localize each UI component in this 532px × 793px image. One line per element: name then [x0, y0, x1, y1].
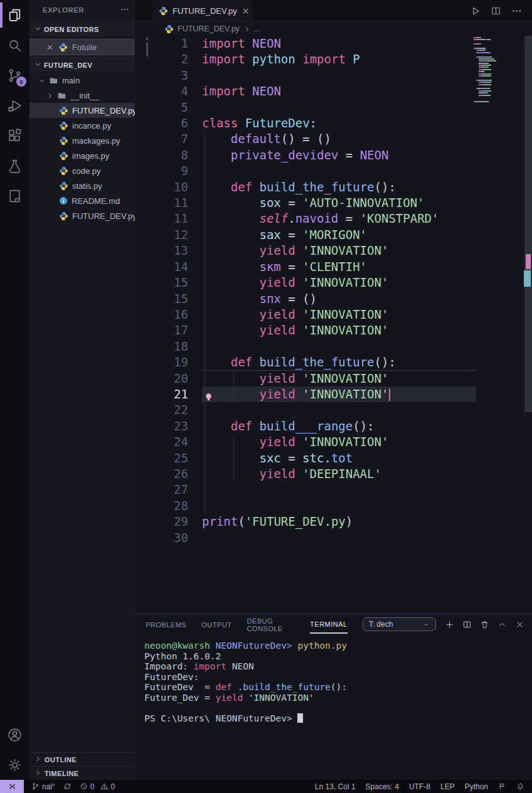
source-control-icon[interactable]: 0: [0, 60, 29, 90]
account-icon[interactable]: [0, 720, 29, 750]
language-mode[interactable]: Python: [465, 782, 488, 791]
code-line[interactable]: 28: [135, 498, 532, 514]
search-icon[interactable]: [0, 30, 29, 60]
tree-item-incance-py[interactable]: incance.py: [29, 118, 134, 133]
run-debug-icon[interactable]: [0, 90, 29, 120]
chevron-right-icon: [46, 92, 53, 99]
tab-problems[interactable]: PROBLEMS: [146, 615, 186, 633]
tab-future-dev[interactable]: FUTURE_DEV.py: [153, 0, 252, 21]
code-line[interactable]: 15yield 'INNOVATION': [135, 275, 532, 290]
breadcrumb-file[interactable]: FUTURE_DEV.py: [178, 24, 240, 33]
feedback-icon[interactable]: [498, 782, 506, 790]
remote-indicator[interactable]: [0, 780, 24, 793]
timeline-section[interactable]: TIMELINE: [29, 766, 134, 780]
code-line[interactable]: 8private_devidev = NEON: [135, 147, 532, 163]
close-icon[interactable]: [46, 43, 54, 51]
more-actions-icon[interactable]: [511, 6, 522, 16]
terminal-line: neoon@kwarsh NEONFutureDev> python.py: [144, 641, 532, 651]
testing-icon[interactable]: [0, 151, 29, 181]
code-line[interactable]: 1import NEON: [135, 36, 532, 51]
tree-item-future-dev-py[interactable]: FUTURE_DEV.py: [29, 208, 134, 223]
minimap[interactable]: [474, 37, 524, 105]
code-line[interactable]: 14sкm = 'CLENTIH': [135, 259, 532, 275]
code-line[interactable]: 3: [135, 68, 532, 83]
encoding[interactable]: UTF-8: [409, 782, 430, 791]
tree-item--init-[interactable]: __init__: [29, 88, 134, 103]
extensions-icon[interactable]: [0, 120, 29, 151]
tree-item-images-py[interactable]: images.py: [29, 148, 134, 163]
maximize-panel-icon[interactable]: [497, 620, 507, 629]
code-line[interactable]: 15sпx = (): [135, 291, 532, 307]
terminal-output[interactable]: neoon@kwarsh NEONFutureDev> python.pyPyt…: [135, 634, 532, 724]
code-text: import NEON: [188, 36, 281, 51]
document-icon[interactable]: [0, 181, 29, 211]
problems-status[interactable]: 0 0: [80, 782, 115, 791]
tree-item-statis-py[interactable]: statis.py: [29, 178, 134, 193]
line-number: 27: [135, 482, 188, 498]
editor-edge-scrollbar[interactable]: [146, 38, 148, 56]
code-line[interactable]: 9: [135, 163, 532, 179]
minimap-line: [474, 73, 524, 75]
code-line[interactable]: 6class FutureDev:: [135, 115, 532, 131]
eol-sequence[interactable]: LEP: [440, 782, 455, 791]
breadcrumb-more[interactable]: ...: [254, 24, 260, 33]
split-terminal-icon[interactable]: [462, 620, 472, 629]
close-panel-icon[interactable]: [515, 620, 524, 629]
code-editor[interactable]: 1import NEON2import python import P34imp…: [135, 36, 532, 614]
terminal-select-value: T: dech: [369, 620, 393, 629]
code-line[interactable]: 10def build_the_future():: [135, 179, 532, 195]
notifications-bell-icon[interactable]: [516, 782, 524, 790]
code-line[interactable]: 29print('FUTURE_DEV.py): [135, 514, 532, 530]
indentation[interactable]: Spaces: 4: [366, 782, 399, 791]
settings-gear-icon[interactable]: [0, 750, 29, 780]
open-editors-header[interactable]: OPEN EDITORS: [29, 21, 134, 36]
code-line[interactable]: 30: [135, 530, 532, 546]
outline-section[interactable]: OUTLINE: [29, 752, 134, 766]
scrollbar-thumb[interactable]: [524, 36, 532, 412]
code-line[interactable]: 24yield 'INNOVATION': [135, 434, 532, 450]
code-line[interactable]: 11sox = 'AUTO-INNOVATION': [135, 195, 532, 211]
open-editor-item[interactable]: Fotuile: [29, 39, 134, 55]
tab-terminal[interactable]: TERMINAL: [310, 615, 348, 634]
code-line[interactable]: 27: [135, 482, 532, 498]
minimap-line: [474, 71, 524, 72]
tree-item-code-py[interactable]: code.py: [29, 163, 134, 178]
code-line[interactable]: 20yield 'INNOVATION': [135, 371, 532, 386]
explorer-icon[interactable]: [0, 0, 29, 30]
run-icon[interactable]: [470, 6, 481, 16]
code-line[interactable]: 4import NEON: [135, 83, 532, 99]
code-line[interactable]: 16yield 'INNOVATION': [135, 307, 532, 322]
code-line[interactable]: 13yield 'INNOVATION': [135, 243, 532, 258]
code-line[interactable]: 11self.navoid = 'KONSTPARD': [135, 211, 532, 226]
code-line[interactable]: 7default() = (): [135, 131, 532, 147]
code-line[interactable]: 5: [135, 100, 532, 115]
code-line[interactable]: 23def build___range():: [135, 418, 532, 434]
kill-terminal-icon[interactable]: [480, 620, 489, 629]
lightbulb-icon[interactable]: [204, 390, 213, 405]
breadcrumb[interactable]: FUTURE_DEV.py ...: [135, 22, 532, 36]
tree-item-main[interactable]: main: [29, 73, 134, 88]
tab-output[interactable]: OUTPUT: [201, 615, 231, 633]
code-line[interactable]: 22: [135, 402, 532, 418]
code-line[interactable]: 21yield 'INNOVATION': [135, 386, 532, 402]
code-line[interactable]: 12sax = 'MORIGON': [135, 227, 532, 243]
terminal-select[interactable]: T: dech: [363, 617, 436, 631]
tab-debug-console[interactable]: DEBUG CONSOLE: [247, 612, 295, 637]
split-editor-icon[interactable]: [491, 6, 501, 16]
project-section-header[interactable]: FUTURE_DEV: [29, 57, 134, 72]
code-line[interactable]: 2import python import P: [135, 51, 532, 67]
git-branch-status[interactable]: nal°: [31, 782, 55, 791]
code-line[interactable]: 19def build_the_future():: [135, 354, 532, 370]
code-line[interactable]: 26yield 'DEEPINAAL': [135, 466, 532, 482]
new-terminal-icon[interactable]: [445, 620, 454, 629]
tab-close-icon[interactable]: [242, 7, 250, 15]
sync-status[interactable]: [63, 782, 72, 790]
code-line[interactable]: 18: [135, 339, 532, 354]
code-line[interactable]: 25sxc = stc.tot: [135, 450, 532, 466]
tree-item-mackages-py[interactable]: mackages.py: [29, 133, 134, 148]
tree-item-readme-md[interactable]: README.md: [29, 193, 134, 208]
sidebar-more-icon[interactable]: [120, 5, 129, 15]
tree-item-future-dev-py[interactable]: FUTURE_DEV.py: [29, 103, 134, 118]
cursor-position[interactable]: Ln 13, Col 1: [315, 782, 356, 791]
code-line[interactable]: 17yield 'INNOVATION': [135, 322, 532, 338]
